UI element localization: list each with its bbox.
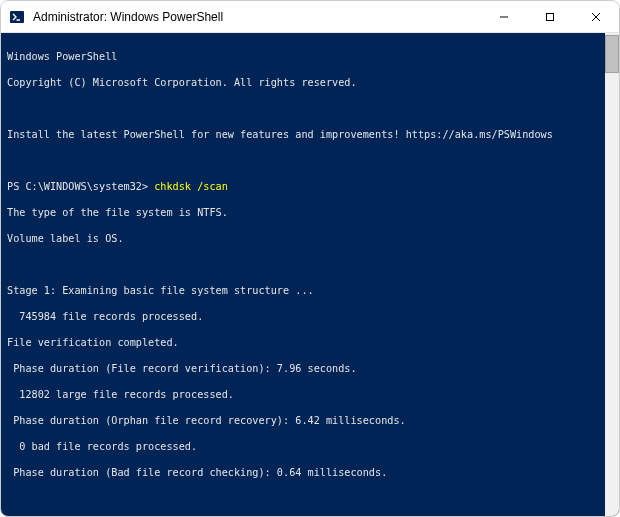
prompt-prefix: PS C:\WINDOWS\system32> — [7, 181, 154, 192]
output-line: The type of the file system is NTFS. — [7, 206, 613, 219]
output-line: Windows PowerShell — [7, 50, 613, 63]
output-line: Volume label is OS. — [7, 232, 613, 245]
output-line: File verification completed. — [7, 336, 613, 349]
scrollbar-track[interactable] — [605, 33, 619, 516]
output-line: Phase duration (Orphan file record recov… — [7, 414, 613, 427]
window-controls — [481, 1, 619, 32]
output-line: Stage 1: Examining basic file system str… — [7, 284, 613, 297]
close-button[interactable] — [573, 1, 619, 32]
command-text: chkdsk /scan — [154, 181, 228, 192]
prompt-line: PS C:\WINDOWS\system32> chkdsk /scan — [7, 180, 613, 193]
output-line: 745984 file records processed. — [7, 310, 613, 323]
svg-rect-0 — [10, 11, 24, 23]
scrollbar-thumb[interactable] — [605, 35, 619, 73]
maximize-button[interactable] — [527, 1, 573, 32]
output-line: Phase duration (File record verification… — [7, 362, 613, 375]
titlebar[interactable]: Administrator: Windows PowerShell — [1, 1, 619, 33]
terminal-area: Windows PowerShell Copyright (C) Microso… — [1, 33, 619, 516]
output-line: Install the latest PowerShell for new fe… — [7, 128, 613, 141]
minimize-button[interactable] — [481, 1, 527, 32]
powershell-icon — [9, 9, 25, 25]
svg-rect-3 — [547, 13, 554, 20]
output-line: Copyright (C) Microsoft Corporation. All… — [7, 76, 613, 89]
output-line: 0 bad file records processed. — [7, 440, 613, 453]
powershell-window: Administrator: Windows PowerShell Window… — [0, 0, 620, 517]
output-line — [7, 492, 613, 505]
terminal-output[interactable]: Windows PowerShell Copyright (C) Microso… — [1, 33, 619, 516]
output-line — [7, 102, 613, 115]
output-line: 12802 large file records processed. — [7, 388, 613, 401]
output-line: Phase duration (Bad file record checking… — [7, 466, 613, 479]
window-title: Administrator: Windows PowerShell — [33, 10, 481, 24]
output-line — [7, 154, 613, 167]
output-line — [7, 258, 613, 271]
